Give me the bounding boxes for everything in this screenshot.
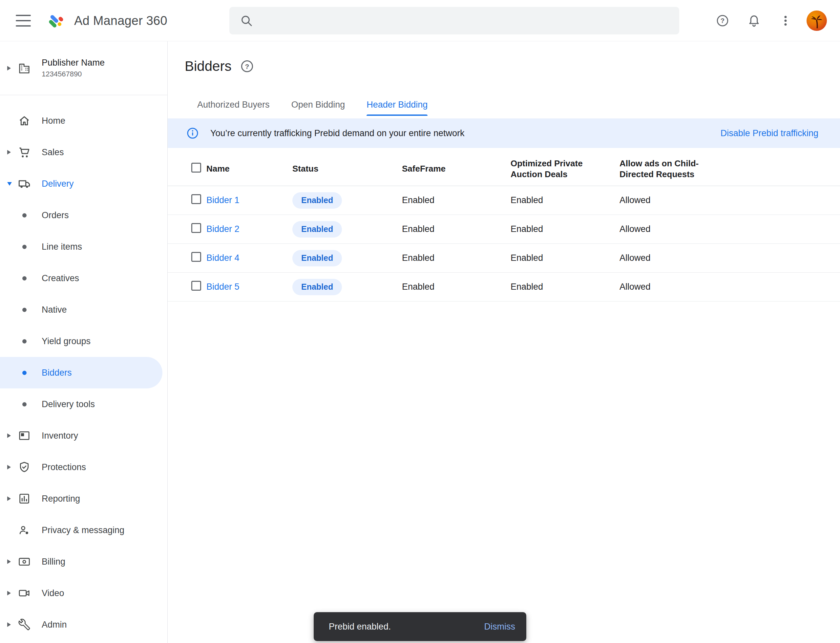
- bidder-link[interactable]: Bidder 4: [206, 253, 240, 263]
- inventory-icon: [18, 429, 31, 442]
- svg-text:?: ?: [245, 63, 249, 70]
- sidebar-item-sales[interactable]: Sales: [0, 137, 167, 168]
- sidebar-nav: Home Sales: [0, 95, 167, 640]
- safeframe-value: Enabled: [402, 282, 511, 292]
- sidebar-item-label: Creatives: [42, 273, 79, 284]
- menu-icon[interactable]: [16, 15, 31, 26]
- sidebar-item-label: Orders: [42, 210, 69, 220]
- row-checkbox[interactable]: [191, 194, 201, 204]
- sidebar-item-yield-groups[interactable]: Yield groups: [0, 325, 167, 357]
- help-icon[interactable]: ?: [712, 10, 733, 31]
- bidder-link[interactable]: Bidder 2: [206, 224, 240, 234]
- sidebar-item-label: Yield groups: [42, 336, 91, 346]
- sidebar-item-orders[interactable]: Orders: [0, 199, 167, 231]
- topbar: Ad Manager 360 ?: [0, 0, 840, 41]
- sidebar-item-label: Reporting: [42, 494, 80, 504]
- sidebar-item-admin[interactable]: Admin: [0, 609, 167, 640]
- bullet-icon: [22, 339, 26, 343]
- ad-manager-logo-icon: [46, 11, 65, 31]
- safeframe-value: Enabled: [402, 195, 511, 206]
- bullet-icon: [22, 371, 26, 375]
- expand-icon: [7, 559, 11, 564]
- disable-prebid-trafficking-link[interactable]: Disable Prebid trafficking: [721, 128, 818, 139]
- status-chip: Enabled: [293, 279, 342, 295]
- palm-tree-icon: [807, 10, 827, 31]
- page-help-icon[interactable]: ?: [240, 59, 254, 73]
- safeframe-value: Enabled: [402, 224, 511, 234]
- tab-authorized-buyers[interactable]: Authorized Buyers: [197, 100, 270, 116]
- bidder-link[interactable]: Bidder 5: [206, 282, 240, 292]
- person-badge-icon: [18, 524, 31, 537]
- sidebar-item-label: Delivery tools: [42, 399, 95, 410]
- bidder-link[interactable]: Bidder 1: [206, 195, 240, 205]
- table-row: Bidder 5 Enabled Enabled Enabled Allowed: [168, 273, 840, 302]
- account-avatar[interactable]: [807, 10, 827, 31]
- column-header-name[interactable]: Name: [206, 163, 293, 174]
- row-checkbox[interactable]: [191, 252, 201, 262]
- row-checkbox[interactable]: [191, 223, 201, 233]
- column-header-safeframe[interactable]: SafeFrame: [402, 163, 511, 174]
- sidebar-item-billing[interactable]: Billing: [0, 546, 167, 578]
- snackbar: Prebid enabled. Dismiss: [314, 612, 526, 641]
- sidebar-item-privacy-messaging[interactable]: Privacy & messaging: [0, 514, 167, 546]
- search-bar[interactable]: [229, 7, 679, 34]
- sidebar-item-label: Admin: [42, 620, 67, 630]
- select-all-checkbox[interactable]: [191, 163, 201, 173]
- sidebar-item-home[interactable]: Home: [0, 105, 167, 137]
- expand-icon: [7, 465, 11, 470]
- opad-value: Enabled: [511, 282, 619, 292]
- tab-open-bidding[interactable]: Open Bidding: [291, 100, 345, 116]
- search-input[interactable]: [260, 15, 674, 26]
- column-header-opad[interactable]: Optimized Private Auction Deals: [511, 158, 609, 180]
- sidebar-item-inventory[interactable]: Inventory: [0, 420, 167, 451]
- sidebar-item-delivery[interactable]: Delivery: [0, 168, 167, 199]
- sidebar-item-label: Line items: [42, 242, 82, 252]
- bullet-icon: [22, 402, 26, 406]
- sidebar-item-label: Billing: [42, 557, 65, 567]
- expand-icon: [7, 496, 11, 501]
- expand-icon: [7, 150, 11, 155]
- payment-card-icon: [18, 555, 31, 568]
- truck-icon: [18, 177, 31, 190]
- info-icon: [186, 127, 199, 140]
- dismiss-button[interactable]: Dismiss: [479, 617, 521, 636]
- bar-chart-icon: [18, 492, 31, 505]
- sidebar-item-label: Protections: [42, 462, 86, 472]
- brand: Ad Manager 360: [46, 0, 167, 41]
- sidebar-item-reporting[interactable]: Reporting: [0, 483, 167, 514]
- bullet-icon: [22, 213, 26, 217]
- safeframe-value: Enabled: [402, 253, 511, 263]
- topbar-actions: ?: [712, 0, 827, 41]
- row-checkbox[interactable]: [191, 281, 201, 290]
- expand-icon: [7, 622, 11, 627]
- banner-message: You’re currently trafficking Prebid dema…: [210, 128, 464, 139]
- more-options-icon[interactable]: [775, 10, 796, 31]
- expand-icon: [7, 433, 11, 438]
- child-directed-value: Allowed: [619, 253, 840, 263]
- sidebar-item-native[interactable]: Native: [0, 294, 167, 325]
- opad-value: Enabled: [511, 195, 619, 206]
- tab-header-bidding[interactable]: Header Bidding: [366, 100, 428, 116]
- child-directed-value: Allowed: [619, 195, 840, 206]
- column-header-status[interactable]: Status: [293, 163, 402, 174]
- sidebar-item-label: Sales: [42, 147, 64, 157]
- tab-bar: Authorized Buyers Open Bidding Header Bi…: [197, 100, 840, 116]
- sidebar-item-protections[interactable]: Protections: [0, 451, 167, 483]
- sidebar-item-creatives[interactable]: Creatives: [0, 263, 167, 294]
- table-row: Bidder 4 Enabled Enabled Enabled Allowed: [168, 244, 840, 273]
- publisher-name: Publisher Name: [42, 58, 105, 68]
- publisher-selector[interactable]: Publisher Name 1234567890: [0, 41, 167, 95]
- column-header-child-directed[interactable]: Allow ads on Child-Directed Requests: [619, 158, 708, 180]
- expand-icon: [7, 66, 11, 70]
- sidebar-item-delivery-tools[interactable]: Delivery tools: [0, 388, 167, 420]
- home-icon: [18, 114, 31, 127]
- notifications-icon[interactable]: [744, 10, 765, 31]
- sidebar-item-line-items[interactable]: Line items: [0, 231, 167, 263]
- collapse-icon: [7, 182, 12, 186]
- page-title: Bidders: [185, 59, 231, 74]
- sidebar-item-video[interactable]: Video: [0, 578, 167, 609]
- sidebar-item-bidders[interactable]: Bidders: [0, 357, 162, 388]
- sidebar-item-label: Video: [42, 588, 64, 598]
- snackbar-message: Prebid enabled.: [329, 622, 391, 632]
- cart-icon: [18, 146, 31, 159]
